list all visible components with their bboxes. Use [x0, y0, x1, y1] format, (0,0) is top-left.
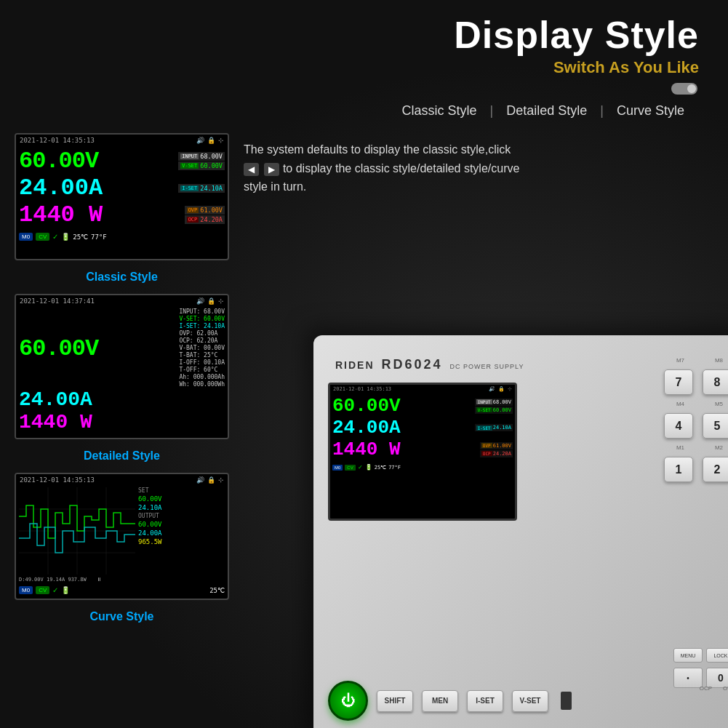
description: The system defaults to display the class…	[244, 133, 713, 204]
shift-button[interactable]: SHIFT	[377, 690, 413, 712]
detail-vset: V-SET: 60.00V	[179, 316, 225, 322]
vset-button[interactable]: V-SET	[512, 690, 548, 712]
classic-temp-f: 77°F	[91, 233, 107, 241]
curve-out-v: 60.00V	[138, 521, 162, 528]
ovp-label: OVP	[187, 207, 199, 213]
curve-data-text: D:49.00V 19.14A 937.8W	[19, 577, 87, 583]
detailed-screen-header: 2021-12-01 14:37:41 🔊 🔒 ⊹	[16, 295, 228, 307]
curve-data-footer: D:49.00V 19.14A 937.8W ⏸	[16, 576, 228, 583]
wifi2-icon: ⊹	[218, 297, 224, 305]
nav-arrows-container: ◀ ▶	[244, 162, 283, 175]
detailed-battery-icon: 🔋	[61, 438, 70, 439]
style-toggle[interactable]	[671, 83, 697, 95]
classic-check-icon: ✓	[52, 233, 58, 241]
curve-set-v: 60.00V	[138, 495, 162, 503]
curve-cv-badge: CV	[36, 586, 49, 594]
tab-classic[interactable]: Classic Style	[388, 103, 489, 119]
right-arrow-icon[interactable]: ▶	[264, 163, 279, 176]
detailed-style-label: Detailed Style	[15, 447, 229, 465]
curve-check-icon: ✓	[52, 586, 58, 594]
speaker2-icon: 🔊	[196, 297, 204, 305]
detailed-check-icon: ✓	[52, 438, 58, 439]
detailed-footer: M0 CV ✓ 🔋 000.000Ah	[16, 436, 228, 439]
lock-label: LOCK	[706, 648, 728, 663]
lock2-icon: 🔒	[207, 297, 215, 305]
detailed-screen-icons: 🔊 🔒 ⊹	[196, 297, 224, 305]
input-label: INPUT	[180, 153, 199, 159]
classic-style-label: Classic Style	[15, 268, 229, 287]
classic-screen-icons: 🔊 🔒 ⊹	[196, 137, 224, 144]
tab-curve[interactable]: Curve Style	[604, 103, 697, 119]
left-column: 2021-12-01 14:35:13 🔊 🔒 ⊹ 60.00V INPUT 6…	[15, 133, 229, 626]
curve-timestamp: 2021-12-01 14:35:13	[20, 476, 95, 484]
curve-temp: 25℃	[209, 587, 225, 594]
detail-tbat: T-BAT: 25°C	[179, 352, 225, 359]
detailed-cv-badge: CV	[36, 438, 49, 439]
vset-val: 60.00V	[200, 162, 223, 169]
detail-ovp: OVP: 62.00A	[179, 330, 225, 337]
style-tabs: Classic Style | Detailed Style | Curve S…	[0, 103, 699, 119]
detailed-main: 60.00V INPUT: 68.00V V-SET: 60.00V I-SET…	[16, 307, 228, 435]
power-button[interactable]: ⏻	[328, 681, 368, 721]
wifi3-icon: ⊹	[218, 476, 224, 484]
menu-label: MENU	[673, 648, 703, 663]
desc-text3: style in turn.	[244, 180, 306, 193]
curve-out-a: 24.00A	[138, 529, 162, 537]
classic-timestamp: 2021-12-01 14:35:13	[20, 137, 95, 144]
classic-current: 24.00A	[19, 175, 103, 201]
bottom-controls-row: ⏻ SHIFT MEN I-SET V-SET	[328, 681, 728, 721]
curve-screen-icons: 🔊 🔒 ⊹	[196, 476, 224, 484]
header: Display Style Switch As You Like Classic…	[0, 0, 728, 119]
detailed-voltage: 60.00V	[19, 335, 98, 362]
detail-ioff: I-OFF: 00.10A	[179, 359, 225, 366]
detailed-power: 1440 W	[19, 411, 225, 433]
classic-power: 1440 W	[19, 201, 103, 228]
input-line: INPUT 68.00V	[178, 152, 225, 161]
detailed-style-screen: 2021-12-01 14:37:41 🔊 🔒 ⊹ 60.00V INPUT: …	[15, 294, 229, 439]
curve-set-label: SET	[138, 487, 162, 494]
classic-power-row: 1440 W OVP 61.00V OCP 24.20A	[19, 201, 225, 228]
ovp-val: 61.00V	[200, 207, 223, 214]
detailed-current: 24.00A	[19, 388, 225, 411]
ocp-val: 24.20A	[200, 216, 223, 223]
speaker3-icon: 🔊	[196, 476, 204, 484]
pause-icon: ⏸	[97, 577, 102, 583]
classic-current-row: 24.00A I-SET 24.10A	[19, 175, 225, 201]
classic-right-info2: I-SET 24.10A	[178, 184, 225, 193]
detailed-m0-badge: M0	[19, 438, 33, 439]
vset-line: V-SET 60.00V	[178, 161, 225, 170]
toggle-row	[0, 83, 699, 95]
classic-voltage: 60.00V	[19, 148, 98, 175]
desc-text2: to display the classic style/detailed st…	[283, 162, 519, 175]
detail-iset: I-SET: 24.10A	[179, 323, 225, 329]
left-arrow-icon[interactable]: ◀	[244, 163, 259, 176]
detail-ah: Ah: 000.000Ah	[179, 374, 225, 380]
usb-port	[561, 692, 572, 710]
curve-footer: M0 CV ✓ 🔋 25℃	[16, 585, 228, 596]
detail-input: INPUT: 68.00V	[179, 308, 225, 315]
men-button[interactable]: MEN	[422, 690, 458, 712]
iset-val: 24.10A	[200, 185, 223, 192]
detail-ocp: OCP: 62.20A	[179, 337, 225, 344]
curve-style-label: Curve Style	[15, 607, 229, 626]
iset-line: I-SET 24.10A	[178, 184, 225, 193]
classic-footer: M0 CV ✓ 🔋 25℃ 77°F	[16, 231, 228, 242]
vset-label: V-SET	[180, 163, 199, 169]
curve-m0-badge: M0	[19, 586, 33, 594]
classic-screen-header: 2021-12-01 14:35:13 🔊 🔒 ⊹	[16, 135, 228, 146]
content-area: 2021-12-01 14:35:13 🔊 🔒 ⊹ 60.00V INPUT 6…	[0, 133, 728, 626]
curve-power: 965.5W	[138, 538, 162, 545]
detail-toff: T-OFF: 60°C	[179, 367, 225, 373]
iset-button[interactable]: I-SET	[467, 690, 503, 712]
curve-right-info: SET 60.00V 24.10A OUTPUT 60.00V 24.00A 9…	[138, 487, 162, 575]
page-title: Display Style	[0, 13, 699, 57]
classic-main: 60.00V INPUT 68.00V V-SET 60.00V 24.00A	[16, 146, 228, 230]
ovp-line: OVP 61.00V	[185, 206, 225, 215]
lock-icon: 🔒	[207, 137, 215, 144]
input-val: 68.00V	[200, 153, 223, 160]
tab-detailed[interactable]: Detailed Style	[493, 103, 600, 119]
classic-voltage-row: 60.00V INPUT 68.00V V-SET 60.00V	[19, 148, 225, 175]
lock3-icon: 🔒	[207, 476, 215, 484]
curve-set-a: 24.10A	[138, 504, 162, 511]
speaker-icon: 🔊	[196, 137, 204, 144]
